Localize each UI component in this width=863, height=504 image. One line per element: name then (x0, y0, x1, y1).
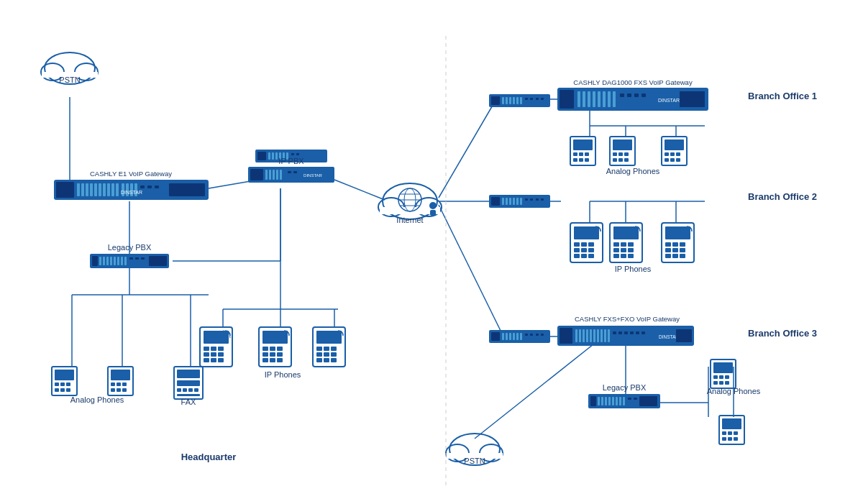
svg-rect-279 (590, 329, 592, 342)
svg-rect-205 (613, 158, 617, 162)
svg-rect-309 (719, 375, 723, 379)
svg-rect-217 (491, 197, 500, 206)
svg-rect-298 (608, 397, 611, 406)
svg-rect-272 (541, 334, 544, 336)
analog-phone-b1-2 (610, 137, 635, 165)
svg-rect-231 (581, 242, 587, 247)
svg-rect-253 (672, 242, 678, 247)
svg-rect-108 (204, 331, 229, 344)
svg-rect-284 (608, 329, 610, 342)
svg-rect-245 (621, 248, 626, 252)
svg-rect-114 (218, 352, 224, 357)
svg-rect-211 (670, 152, 675, 156)
svg-rect-112 (204, 352, 209, 357)
svg-rect-132 (324, 347, 329, 351)
svg-rect-180 (588, 91, 590, 107)
svg-rect-98 (110, 257, 112, 265)
svg-rect-145 (55, 388, 59, 392)
svg-rect-44 (81, 183, 84, 196)
svg-rect-59 (155, 185, 159, 188)
svg-rect-173 (530, 98, 533, 100)
svg-rect-281 (597, 329, 599, 342)
svg-rect-153 (111, 388, 115, 392)
ip-phone-b2-2 (610, 223, 642, 262)
svg-text:DINSTAR: DINSTAR (303, 173, 323, 178)
svg-rect-172 (525, 98, 528, 100)
svg-rect-259 (672, 254, 678, 258)
svg-rect-116 (211, 358, 216, 362)
svg-rect-219 (506, 198, 508, 205)
svg-rect-120 (262, 347, 268, 351)
svg-rect-139 (331, 358, 337, 362)
svg-rect-154 (117, 388, 121, 392)
svg-rect-278 (586, 329, 588, 342)
svg-rect-70 (293, 171, 297, 173)
svg-rect-230 (574, 242, 580, 247)
svg-rect-304 (634, 398, 637, 400)
svg-rect-311 (713, 381, 718, 385)
svg-rect-73 (257, 152, 266, 160)
analog-phone-b3-2 (719, 416, 744, 444)
svg-rect-220 (509, 198, 511, 205)
svg-rect-262 (491, 332, 500, 341)
svg-rect-74 (268, 152, 270, 160)
branch2-switch (489, 195, 550, 208)
svg-rect-214 (670, 158, 675, 162)
svg-rect-237 (581, 254, 587, 258)
svg-rect-299 (612, 397, 614, 406)
svg-rect-146 (60, 388, 65, 392)
svg-rect-188 (634, 93, 639, 97)
svg-rect-189 (641, 93, 646, 97)
svg-rect-197 (573, 158, 577, 162)
ip-phone-b2-3 (662, 223, 694, 262)
svg-rect-266 (513, 333, 515, 340)
svg-rect-229 (574, 226, 599, 239)
svg-rect-51 (111, 183, 114, 196)
svg-rect-185 (613, 91, 616, 107)
branch1-label: Branch Office 1 (748, 91, 817, 101)
svg-rect-115 (204, 358, 209, 362)
svg-rect-102 (124, 257, 127, 265)
svg-rect-137 (316, 358, 322, 362)
svg-rect-181 (593, 91, 595, 107)
svg-rect-196 (585, 152, 589, 156)
dag1000-label: CASHLY DAG1000 FXS VoIP Gateway (573, 78, 693, 86)
svg-rect-65 (269, 170, 271, 180)
svg-rect-240 (613, 226, 639, 239)
e1-gateway: DINSTAR (54, 180, 209, 200)
ip-phone-hq-3 (313, 327, 345, 367)
svg-rect-263 (502, 333, 504, 340)
legacy-pbx-hq-label: Legacy PBX (108, 243, 152, 252)
svg-rect-285 (613, 331, 616, 334)
svg-rect-50 (107, 183, 110, 196)
svg-rect-149 (111, 370, 130, 380)
svg-rect-227 (541, 198, 544, 201)
svg-rect-160 (183, 388, 187, 392)
svg-rect-168 (509, 97, 511, 104)
svg-rect-95 (99, 257, 101, 265)
svg-rect-198 (579, 158, 583, 162)
svg-line-17 (439, 99, 496, 198)
svg-rect-206 (618, 158, 623, 162)
ip-pbx-label: IP PBX (278, 157, 304, 165)
svg-rect-318 (734, 431, 738, 435)
svg-rect-182 (598, 91, 601, 107)
svg-rect-155 (122, 388, 127, 392)
svg-rect-150 (111, 382, 115, 386)
svg-rect-233 (574, 248, 580, 252)
branch3-label: Branch Office 3 (748, 328, 817, 339)
svg-rect-251 (665, 226, 690, 239)
internet-label: Internet (396, 216, 423, 224)
svg-text:DINSTAR: DINSTAR (121, 190, 142, 195)
svg-rect-283 (604, 329, 606, 342)
svg-rect-135 (324, 352, 329, 357)
svg-rect-271 (536, 334, 539, 336)
svg-rect-209 (665, 139, 684, 150)
svg-rect-301 (619, 397, 621, 406)
svg-line-3 (334, 180, 385, 200)
analog-phone-b1-1 (570, 137, 595, 165)
svg-rect-63 (250, 169, 263, 180)
svg-rect-287 (624, 331, 628, 334)
svg-rect-92 (430, 210, 436, 216)
svg-rect-45 (86, 183, 88, 196)
